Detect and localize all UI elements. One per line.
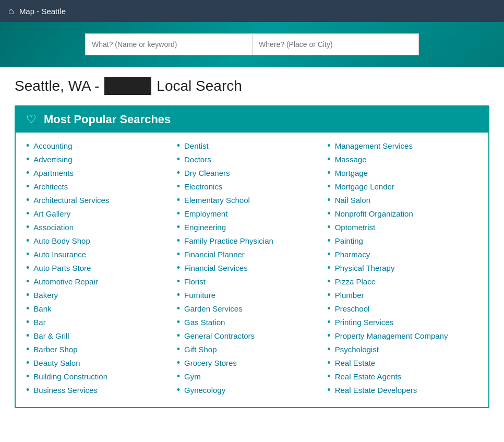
list-item: Pharmacy xyxy=(327,249,478,259)
list-item: Automotive Repair xyxy=(26,277,177,286)
list-item: Bar xyxy=(26,317,177,327)
list-item: Massage xyxy=(327,154,478,164)
list-item-link[interactable]: Preschool xyxy=(335,304,370,313)
list-item-link[interactable]: Employment xyxy=(184,209,227,218)
list-item-link[interactable]: Furniture xyxy=(184,291,215,300)
list-item-link[interactable]: Bakery xyxy=(33,291,58,300)
list-item-link[interactable]: Apartments xyxy=(33,169,74,177)
list-item: Family Practice Physician xyxy=(177,236,328,245)
list-item-link[interactable]: Architectural Services xyxy=(33,196,109,205)
list-item-link[interactable]: Pizza Place xyxy=(335,277,376,286)
list-item-link[interactable]: Garden Services xyxy=(184,304,243,313)
where-search-input[interactable] xyxy=(252,33,419,55)
list-item-link[interactable]: Real Estate Developers xyxy=(335,386,417,395)
list-item-link[interactable]: Florist xyxy=(184,277,206,286)
list-item: Mortgage xyxy=(327,168,478,177)
list-item-link[interactable]: Family Practice Physician xyxy=(184,236,273,245)
list-item-link[interactable]: Advertising xyxy=(33,155,72,164)
list-item-link[interactable]: Architects xyxy=(33,182,68,191)
list-item-link[interactable]: Engineering xyxy=(184,223,226,232)
list-item: Real Estate xyxy=(327,358,478,367)
list-item: Physical Therapy xyxy=(327,263,478,272)
list-item-link[interactable]: Elementary School xyxy=(184,196,250,205)
list-item-link[interactable]: Building Construction xyxy=(33,372,107,381)
list-item-link[interactable]: Dentist xyxy=(184,141,209,150)
nav-title: Map - Seattle xyxy=(19,7,66,16)
list-item: Florist xyxy=(177,277,328,286)
list-item-link[interactable]: Gas Station xyxy=(184,318,225,327)
list-item-link[interactable]: Auto Insurance xyxy=(33,250,86,259)
list-item-link[interactable]: Painting xyxy=(335,236,363,245)
list-item-link[interactable]: Property Management Company xyxy=(335,331,448,340)
list-item-link[interactable]: Grocery Stores xyxy=(184,359,237,367)
list-item-link[interactable]: Massage xyxy=(335,155,367,164)
list-item-link[interactable]: Electronics xyxy=(184,182,222,191)
list-item: Gift Shop xyxy=(177,344,328,354)
list-item: General Contractors xyxy=(177,331,328,340)
list-item-link[interactable]: Association xyxy=(33,223,74,232)
list-item-link[interactable]: Gift Shop xyxy=(184,345,217,354)
list-item: Bar & Grill xyxy=(26,331,177,340)
list-item-link[interactable]: Automotive Repair xyxy=(33,277,98,286)
list-item: Grocery Stores xyxy=(177,358,328,367)
heading-redacted xyxy=(104,77,151,95)
heading-suffix: Local Search xyxy=(157,78,242,94)
list-item: Auto Parts Store xyxy=(26,263,177,272)
list-item-link[interactable]: Gym xyxy=(184,372,201,381)
list-item-link[interactable]: Pharmacy xyxy=(335,250,370,259)
list-item-link[interactable]: Auto Parts Store xyxy=(33,264,91,272)
list-item-link[interactable]: Optometrist xyxy=(335,223,376,232)
list-item-link[interactable]: Beauty Salon xyxy=(33,359,80,367)
list-item-link[interactable]: Bar & Grill xyxy=(33,331,69,340)
list-item: Art Gallery xyxy=(26,209,177,218)
list-item-link[interactable]: Doctors xyxy=(184,155,211,164)
list-item-link[interactable]: Auto Body Shop xyxy=(33,236,90,245)
links-column-1: DentistDoctorsDry CleanersElectronicsEle… xyxy=(177,141,328,399)
list-item-link[interactable]: Bar xyxy=(33,318,45,327)
list-item-link[interactable]: Real Estate Agents xyxy=(335,372,402,381)
list-item: Association xyxy=(26,222,177,232)
list-item: Bank xyxy=(26,304,177,313)
list-item-link[interactable]: Dry Cleaners xyxy=(184,169,230,177)
list-item: Building Construction xyxy=(26,372,177,381)
list-item-link[interactable]: Mortgage Lender xyxy=(335,182,394,191)
list-item: Dentist xyxy=(177,141,328,150)
list-item-link[interactable]: Physical Therapy xyxy=(335,264,395,272)
list-item-link[interactable]: General Contractors xyxy=(184,331,255,340)
list-item-link[interactable]: Mortgage xyxy=(335,169,368,177)
list-item: Garden Services xyxy=(177,304,328,313)
list-item: Bakery xyxy=(26,290,177,300)
list-item-link[interactable]: Nonprofit Organization xyxy=(335,209,413,218)
list-item-link[interactable]: Psychologist xyxy=(335,345,379,354)
list-item-link[interactable]: Plumber xyxy=(335,291,364,300)
list-item: Plumber xyxy=(327,290,478,300)
list-item: Preschool xyxy=(327,304,478,313)
list-item-link[interactable]: Financial Services xyxy=(184,264,248,272)
list-item: Auto Insurance xyxy=(26,249,177,259)
list-item: Gym xyxy=(177,372,328,381)
list-item: Furniture xyxy=(177,290,328,300)
list-item-link[interactable]: Gynecology xyxy=(184,386,225,395)
list-item-link[interactable]: Real Estate xyxy=(335,359,376,367)
list-item-link[interactable]: Nail Salon xyxy=(335,196,370,205)
list-item: Gynecology xyxy=(177,385,328,395)
home-icon[interactable]: ⌂ xyxy=(8,6,14,17)
list-item: Elementary School xyxy=(177,195,328,205)
list-item: Management Services xyxy=(327,141,478,150)
list-item: Real Estate Developers xyxy=(327,385,478,395)
list-item: Pizza Place xyxy=(327,277,478,286)
list-item-link[interactable]: Management Services xyxy=(335,141,413,150)
list-item: Apartments xyxy=(26,168,177,177)
list-item-link[interactable]: Business Services xyxy=(33,386,98,395)
list-item-link[interactable]: Accounting xyxy=(33,141,72,150)
page-heading: Seattle, WA - Local Search xyxy=(15,77,489,95)
list-item: Painting xyxy=(327,236,478,245)
list-item: Doctors xyxy=(177,154,328,164)
what-search-input[interactable] xyxy=(85,33,252,55)
list-item-link[interactable]: Printing Services xyxy=(335,318,394,327)
list-item-link[interactable]: Bank xyxy=(33,304,51,313)
list-item: Accounting xyxy=(26,141,177,150)
list-item-link[interactable]: Financial Planner xyxy=(184,250,245,259)
list-item-link[interactable]: Art Gallery xyxy=(33,209,70,218)
list-item-link[interactable]: Barber Shop xyxy=(33,345,77,354)
